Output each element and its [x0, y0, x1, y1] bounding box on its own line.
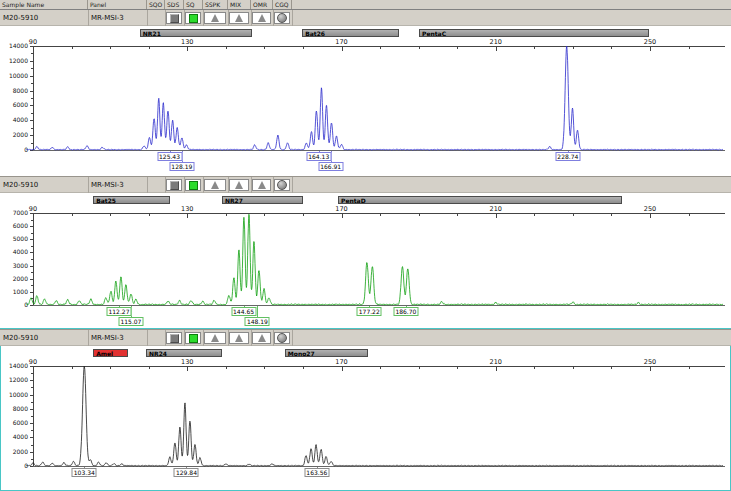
x-tick-label: 170 [335, 38, 347, 46]
y-tick-label: 10000 [9, 391, 28, 398]
peak-size-label[interactable]: 115.07 [118, 317, 143, 326]
x-tick-label: 130 [181, 205, 193, 213]
y-tick-label: 8000 [13, 405, 28, 412]
y-tick-label: 14000 [9, 362, 28, 369]
column-header-mix[interactable]: MIX [228, 0, 251, 9]
y-tick-label: 14000 [9, 42, 28, 49]
x-tick-label: 210 [490, 358, 502, 366]
column-header-sds[interactable]: SDS [165, 0, 184, 9]
y-tick-label: 5000 [13, 235, 28, 242]
peak-size-label[interactable]: 163.56 [304, 468, 329, 477]
peak-size-label[interactable]: 228.74 [555, 152, 580, 161]
column-header-omr[interactable]: OMR [251, 0, 273, 9]
y-tick-label: 12000 [9, 376, 28, 383]
y-tick-label: 1000 [13, 288, 28, 295]
y-tick-label: 2000 [13, 275, 28, 282]
peak-size-label[interactable]: 103.34 [72, 468, 97, 477]
peak-size-label[interactable]: 128.19 [169, 162, 194, 171]
sample-row-3[interactable]: M20-5910MR-MSI-3AmelNR24Mono279013017021… [0, 329, 731, 491]
sample-row-2[interactable]: M20-5910MR-MSI-3Bat25NR27PentaD901301702… [0, 176, 731, 329]
y-tick-label: 4000 [13, 248, 28, 255]
x-tick-label: 210 [490, 38, 502, 46]
trace-line [26, 46, 723, 150]
peak-size-label[interactable]: 148.19 [245, 317, 270, 326]
y-tick-label: 10000 [9, 72, 28, 79]
y-tick-label: 8000 [13, 87, 28, 94]
x-tick-label: 90 [29, 205, 37, 213]
column-header-sqo[interactable]: SQO [147, 0, 165, 9]
y-tick-label: 12000 [9, 57, 28, 64]
peak-size-label[interactable]: 186.70 [393, 307, 418, 316]
y-tick-label: 7000 [13, 209, 28, 216]
peak-size-label[interactable]: 177.22 [357, 307, 382, 316]
column-header-row: Sample NamePanelSQOSDSSQSSPKMIXOMRCGQ [0, 0, 731, 10]
x-tick-label: 210 [490, 205, 502, 213]
column-header-sspk[interactable]: SSPK [203, 0, 228, 9]
y-tick-label: 4000 [13, 116, 28, 123]
y-tick-label: 6000 [13, 419, 28, 426]
x-tick-label: 250 [644, 358, 656, 366]
x-tick-label: 90 [29, 358, 37, 366]
x-tick-label: 250 [644, 38, 656, 46]
x-tick-label: 90 [29, 38, 37, 46]
peak-size-label[interactable]: 164.13 [306, 152, 331, 161]
y-tick-label: 2000 [13, 131, 28, 138]
y-tick-label: 6000 [13, 101, 28, 108]
column-header-sq[interactable]: SQ [184, 0, 203, 9]
peak-size-label[interactable]: 166.91 [318, 162, 343, 171]
fragment-analysis-viewer: Sample NamePanelSQOSDSSQSSPKMIXOMRCGQ M2… [0, 0, 731, 491]
x-tick-label: 170 [335, 205, 347, 213]
peak-size-label[interactable]: 129.84 [174, 468, 199, 477]
y-tick-label: 6000 [13, 222, 28, 229]
y-tick-label: 3000 [13, 262, 28, 269]
column-header-sample-name[interactable]: Sample Name [0, 0, 88, 9]
column-header-panel[interactable]: Panel [88, 0, 147, 9]
electropherogram-plot[interactable]: 9013017021025002000400060008000100001200… [0, 9, 731, 176]
peak-size-label[interactable]: 144.65 [231, 307, 256, 316]
x-tick-label: 130 [181, 358, 193, 366]
peak-size-label[interactable]: 125.43 [157, 152, 182, 161]
trace-line [26, 366, 723, 466]
trace-line [26, 214, 723, 305]
sample-row-1[interactable]: M20-5910MR-MSI-3NR21Bat26PentaC901301702… [0, 9, 731, 176]
column-header-cgq[interactable]: CGQ [273, 0, 292, 9]
y-tick-label: 4000 [13, 433, 28, 440]
x-tick-label: 250 [644, 205, 656, 213]
x-tick-label: 130 [181, 38, 193, 46]
electropherogram-plot[interactable]: 9013017021025002000400060008000100001200… [0, 329, 731, 491]
y-tick-label: 2000 [13, 448, 28, 455]
x-tick-label: 170 [335, 358, 347, 366]
peak-size-label[interactable]: 112.27 [106, 307, 131, 316]
